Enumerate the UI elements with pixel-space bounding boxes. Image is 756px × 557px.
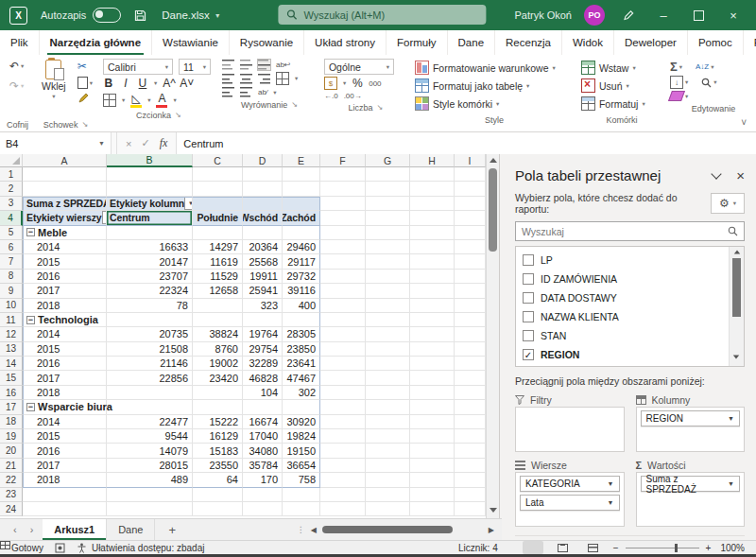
cell-F21[interactable] [320, 459, 366, 473]
cell-B23[interactable] [107, 488, 193, 502]
cell-H10[interactable] [410, 299, 455, 313]
cell-E19[interactable]: 19824 [283, 429, 320, 444]
pane-close-icon[interactable]: × [736, 167, 745, 183]
find-select-button[interactable]: ▾ [701, 78, 716, 88]
checkbox-nazwa-klienta[interactable] [523, 311, 534, 322]
insert-function-icon[interactable]: fx [160, 136, 168, 150]
collapse-icon[interactable]: − [26, 403, 35, 411]
cell-E11[interactable] [283, 313, 320, 327]
cell-G10[interactable] [366, 299, 410, 313]
chevron-down-icon[interactable]: ▼ [608, 480, 614, 487]
dialog-launcher-icon[interactable]: ↘ [377, 103, 384, 112]
cell-A5[interactable]: −Meble [23, 226, 107, 240]
cell-D5[interactable] [243, 226, 283, 240]
scroll-down-icon[interactable] [490, 508, 497, 513]
cell-B19[interactable]: 9544 [107, 429, 193, 444]
cell-H16[interactable] [410, 386, 455, 400]
cell-E23[interactable] [283, 488, 320, 502]
align-left-icon[interactable] [222, 74, 234, 84]
cell-F18[interactable] [320, 415, 366, 429]
scroll-right-icon[interactable]: ▶ [489, 526, 494, 534]
cell-styles-button[interactable]: Style komórki▾ [415, 95, 574, 113]
columns-area[interactable]: REGION▼ [636, 407, 746, 452]
vertical-scroll-thumb[interactable] [489, 168, 497, 252]
cell-C7[interactable]: 11619 [193, 254, 243, 269]
cell-G9[interactable] [366, 284, 410, 298]
cell-G7[interactable] [366, 254, 410, 269]
cell-I22[interactable] [455, 473, 486, 487]
field-item-lp[interactable]: LP [523, 251, 727, 270]
cell-G8[interactable] [366, 270, 410, 284]
tab-wstawianie[interactable]: Wstawianie [152, 30, 230, 55]
pill-region[interactable]: REGION▼ [641, 410, 741, 426]
chevron-down-icon[interactable]: ▼ [608, 499, 614, 506]
tab-pomoc[interactable]: Pomoc [688, 30, 744, 55]
cell-A15[interactable]: 2017 [23, 371, 107, 385]
new-sheet-button[interactable]: + [155, 519, 189, 540]
bold-button[interactable]: B [103, 77, 114, 90]
cell-E17[interactable] [283, 400, 320, 414]
cell-I11[interactable] [455, 313, 486, 327]
vertical-scrollbar[interactable] [486, 154, 499, 518]
cut-button[interactable]: ✂ [75, 58, 95, 75]
cell-G13[interactable] [366, 342, 410, 357]
cell-C23[interactable] [193, 488, 243, 502]
ribbon-display-icon[interactable] [617, 4, 640, 26]
cell-I3[interactable] [455, 197, 486, 211]
cell-D10[interactable]: 323 [243, 299, 283, 313]
align-right-icon[interactable] [258, 74, 270, 84]
cell-D7[interactable]: 25568 [243, 254, 283, 269]
cell-E21[interactable]: 36654 [283, 459, 320, 473]
cell-G16[interactable] [366, 386, 410, 400]
row-header-14[interactable]: 14 [0, 357, 23, 371]
align-middle-icon[interactable] [240, 60, 252, 70]
cell-B24[interactable] [107, 502, 193, 516]
cell-D11[interactable] [243, 313, 283, 327]
align-top-icon[interactable] [222, 60, 234, 70]
cell-C24[interactable] [193, 502, 243, 516]
accessibility-status[interactable]: Ułatwienia dostępu: zbadaj [77, 543, 205, 553]
field-item-nazwa-klienta[interactable]: NAZWA KLIENTA [523, 307, 727, 326]
cell-D18[interactable]: 16674 [243, 415, 283, 429]
cell-D22[interactable]: 170 [243, 473, 283, 487]
cell-C10[interactable] [193, 299, 243, 313]
wrap-text-icon[interactable]: ab↩ [276, 61, 291, 69]
increase-decimal-icon[interactable]: ←.0 [324, 92, 338, 100]
cell-I23[interactable] [455, 488, 486, 502]
cell-I24[interactable] [455, 502, 486, 516]
cell-E6[interactable]: 29460 [283, 240, 320, 254]
cell-I15[interactable] [455, 371, 486, 385]
cell-B4[interactable]: Centrum [107, 211, 193, 225]
cell-F11[interactable] [320, 313, 366, 327]
cell-H8[interactable] [410, 270, 455, 284]
paste-button[interactable]: Wklej▾ [36, 58, 72, 100]
cell-G1[interactable] [366, 167, 410, 182]
cell-E4[interactable]: Zachód [283, 211, 320, 225]
horizontal-scrollbar[interactable]: ⋮ ◀ ▶ [297, 519, 494, 540]
cell-F12[interactable] [320, 327, 366, 341]
cell-I12[interactable] [455, 327, 486, 341]
tools-button[interactable]: ⚙▾ [711, 193, 745, 214]
cell-F4[interactable] [320, 211, 366, 225]
cell-A18[interactable]: 2014 [23, 415, 107, 429]
cell-C16[interactable] [193, 386, 243, 400]
cell-E7[interactable]: 29117 [283, 254, 320, 269]
cell-G21[interactable] [366, 459, 410, 473]
cell-G4[interactable] [366, 211, 410, 225]
row-header-11[interactable]: 11 [0, 313, 23, 327]
rows-area[interactable]: KATEGORIA▼Lata▼ [515, 472, 625, 527]
row-header-2[interactable]: 2 [0, 182, 23, 196]
autosave-toggle[interactable] [93, 8, 121, 23]
cell-C19[interactable]: 16129 [193, 429, 243, 444]
field-list-scrollbar[interactable] [729, 247, 744, 366]
column-header-b[interactable]: B [107, 154, 193, 167]
cell-H6[interactable] [410, 240, 455, 254]
cell-B1[interactable] [107, 167, 193, 182]
prev-sheet-icon[interactable]: ‹ [13, 524, 17, 535]
chevron-down-icon[interactable]: ▼ [728, 480, 734, 487]
decrease-indent-icon[interactable] [222, 87, 234, 97]
cell-I1[interactable] [455, 167, 486, 182]
cell-F3[interactable] [320, 197, 366, 211]
clear-button[interactable]: ▾ [670, 91, 688, 101]
row-header-13[interactable]: 13 [0, 342, 23, 357]
